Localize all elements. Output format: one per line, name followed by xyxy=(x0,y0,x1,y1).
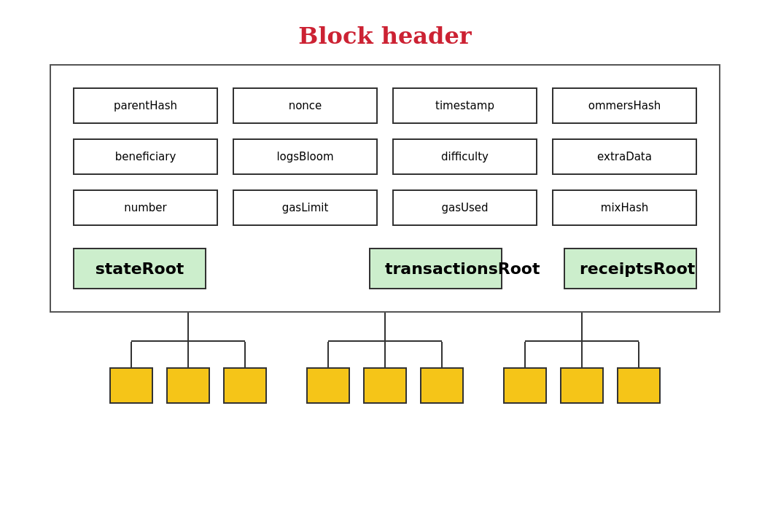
field-nonce: nonce xyxy=(233,87,378,124)
leaf-tx-2 xyxy=(363,367,407,404)
v-line-s1 xyxy=(131,342,132,367)
leaf-rec-3 xyxy=(617,367,661,404)
v-line-t3 xyxy=(441,342,443,367)
field-extraData: extraData xyxy=(552,138,697,175)
field-timestamp: timestamp xyxy=(392,87,537,124)
leaf-rec-2 xyxy=(560,367,604,404)
field-parentHash: parentHash xyxy=(73,87,218,124)
leaf-col-rec-2 xyxy=(560,342,604,404)
v-line-state xyxy=(187,313,189,340)
leaf-state-3 xyxy=(223,367,267,404)
page-title: Block header xyxy=(0,0,770,64)
v-line-r2 xyxy=(581,342,583,367)
h-connector-rec xyxy=(525,340,639,342)
leaf-col-state-3 xyxy=(223,342,267,404)
leaf-col-rec-3 xyxy=(617,342,661,404)
v-line-tx xyxy=(384,313,386,340)
root-stateRoot: stateRoot xyxy=(73,248,206,289)
field-number: number xyxy=(73,189,218,226)
trees-row xyxy=(50,313,720,404)
leaf-rec-1 xyxy=(503,367,547,404)
tree-transactionsRoot xyxy=(306,313,464,404)
leaf-tx-3 xyxy=(420,367,464,404)
leaves-rec xyxy=(503,342,661,404)
field-gasUsed: gasUsed xyxy=(392,189,537,226)
v-line-r3 xyxy=(638,342,639,367)
row-2: beneficiary logsBloom difficulty extraDa… xyxy=(73,138,697,175)
root-transactionsRoot: transactionsRoot xyxy=(369,248,502,289)
leaf-col-tx-1 xyxy=(306,342,350,404)
row-1: parentHash nonce timestamp ommersHash xyxy=(73,87,697,124)
leaf-col-state-1 xyxy=(109,342,153,404)
leaf-col-tx-3 xyxy=(420,342,464,404)
field-gasLimit: gasLimit xyxy=(233,189,378,226)
grid-rows: parentHash nonce timestamp ommersHash be… xyxy=(73,87,697,289)
h-connector-tx xyxy=(328,340,442,342)
tree-stateRoot xyxy=(109,313,267,404)
v-line-s3 xyxy=(244,342,246,367)
row-3: number gasLimit gasUsed mixHash xyxy=(73,189,697,226)
v-line-r1 xyxy=(524,342,526,367)
leaf-col-state-2 xyxy=(166,342,210,404)
field-beneficiary: beneficiary xyxy=(73,138,218,175)
outer-box: parentHash nonce timestamp ommersHash be… xyxy=(50,64,720,313)
v-line-t1 xyxy=(327,342,329,367)
leaf-state-2 xyxy=(166,367,210,404)
field-logsBloom: logsBloom xyxy=(233,138,378,175)
leaf-col-rec-1 xyxy=(503,342,547,404)
field-mixHash: mixHash xyxy=(552,189,697,226)
root-receiptsRoot: receiptsRoot xyxy=(564,248,697,289)
v-line-rec xyxy=(581,313,583,340)
leaf-tx-1 xyxy=(306,367,350,404)
leaf-state-1 xyxy=(109,367,153,404)
h-connector-state xyxy=(131,340,245,342)
field-difficulty: difficulty xyxy=(392,138,537,175)
v-line-s2 xyxy=(187,342,189,367)
trees-area xyxy=(50,313,720,404)
tree-receiptsRoot xyxy=(503,313,661,404)
field-ommersHash: ommersHash xyxy=(552,87,697,124)
leaves-state xyxy=(109,342,267,404)
leaf-col-tx-2 xyxy=(363,342,407,404)
roots-row: stateRoot transactionsRoot receiptsRoot xyxy=(73,248,697,289)
leaves-tx xyxy=(306,342,464,404)
v-line-t2 xyxy=(384,342,386,367)
